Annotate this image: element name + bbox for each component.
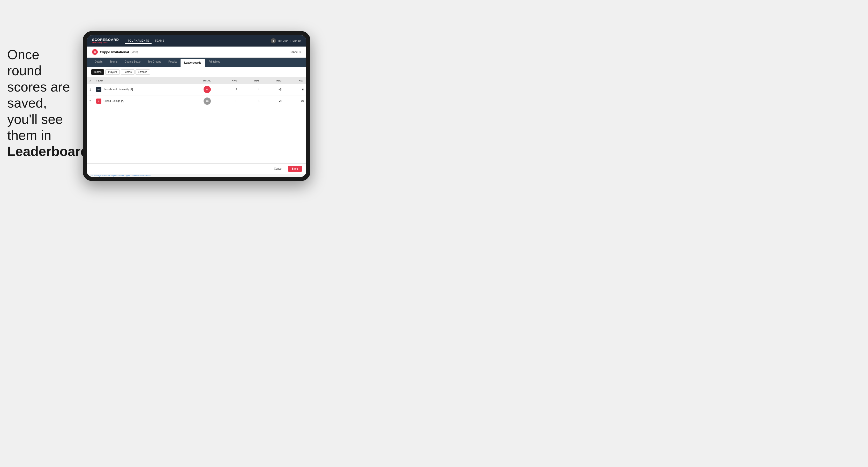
url-text: https://stage-blue-coach.stagescoreboard…	[91, 175, 151, 176]
row1-rank: 1	[87, 84, 94, 95]
col-rd1: RD1	[240, 77, 262, 84]
row1-rd3: -6	[284, 84, 306, 95]
col-thru: THRU	[213, 77, 240, 84]
intro-line1: Once round	[7, 47, 42, 78]
tournament-name: Clippd Invitational	[100, 50, 129, 54]
nav-links: TOURNAMENTS TEAMS	[125, 38, 271, 44]
scoreboard-logo: SCOREBOARD Powered by clippd	[92, 38, 119, 43]
user-name: Test User	[278, 39, 288, 42]
filter-bar: Teams Players Scores Strokes	[87, 67, 306, 77]
filter-strokes[interactable]: Strokes	[135, 69, 150, 75]
nav-tournaments[interactable]: TOURNAMENTS	[125, 38, 152, 44]
logo-title: SCOREBOARD	[92, 38, 119, 41]
tab-navigation: Details Teams Course Setup Tee Groups Re…	[87, 58, 306, 67]
powered-by: Powered by clippd	[92, 41, 119, 43]
user-avatar: S	[271, 38, 276, 43]
tab-printables[interactable]: Printables	[205, 58, 223, 67]
col-rank: #	[87, 77, 94, 84]
modal-footer: Cancel Save	[87, 163, 306, 174]
row2-team-logo: C	[96, 98, 101, 104]
cancel-button-top[interactable]: Cancel ×	[289, 51, 301, 54]
intro-text: Once round scores are saved, you'll see …	[7, 46, 74, 160]
intro-line4: them in	[7, 128, 52, 143]
row2-rd3: +3	[284, 95, 306, 107]
nav-teams[interactable]: TEAMS	[152, 38, 167, 44]
row1-team-logo: SU	[96, 87, 101, 92]
url-bar: https://stage-blue-coach.stagescoreboard…	[87, 174, 306, 177]
intro-line2: scores are	[7, 80, 70, 94]
row1-team: SU Scoreboard University [A]	[94, 84, 185, 95]
tab-tee-groups[interactable]: Tee Groups	[144, 58, 165, 67]
row2-rd1: +8	[240, 95, 262, 107]
content-area: Teams Players Scores Strokes # TEAM TOTA…	[87, 67, 306, 163]
row2-rank: 2	[87, 95, 94, 107]
table-row: 1 SU Scoreboard University [A] -5 F -4 +…	[87, 84, 306, 95]
table-row: 2 C Clippd College [A] +3 F +8 -8 +3	[87, 95, 306, 107]
filter-scores[interactable]: Scores	[121, 69, 134, 75]
row2-score-badge: +3	[204, 97, 211, 105]
cancel-button-footer[interactable]: Cancel	[271, 166, 286, 172]
save-button[interactable]: Save	[288, 166, 302, 172]
row2-thru: F	[213, 95, 240, 107]
row1-score-badge: -5	[204, 86, 211, 93]
row2-team-name: Clippd College [A]	[103, 99, 124, 102]
tab-details[interactable]: Details	[91, 58, 106, 67]
close-icon: ×	[300, 51, 301, 54]
col-total: TOTAL	[184, 77, 213, 84]
tournament-icon: C	[92, 49, 98, 55]
col-rd2: RD2	[262, 77, 284, 84]
row1-thru: F	[213, 84, 240, 95]
tablet-device: SCOREBOARD Powered by clippd TOURNAMENTS…	[83, 31, 310, 181]
sign-out-link[interactable]: Sign out	[292, 39, 301, 42]
tab-results[interactable]: Results	[165, 58, 181, 67]
app-header: SCOREBOARD Powered by clippd TOURNAMENTS…	[87, 35, 306, 46]
row2-rd2: -8	[262, 95, 284, 107]
row2-team: C Clippd College [A]	[94, 95, 185, 107]
tournament-gender: (Men)	[131, 51, 138, 54]
filter-teams[interactable]: Teams	[91, 69, 104, 75]
row1-total: -5	[184, 84, 213, 95]
filter-players[interactable]: Players	[105, 69, 120, 75]
col-team: TEAM	[94, 77, 185, 84]
col-rd3: RD3	[284, 77, 306, 84]
row1-team-name: Scoreboard University [A]	[103, 88, 133, 91]
tablet-screen: SCOREBOARD Powered by clippd TOURNAMENTS…	[87, 35, 306, 177]
tab-leaderboards[interactable]: Leaderboards	[181, 59, 205, 67]
row1-rd2: +5	[262, 84, 284, 95]
header-right: S Test User | Sign out	[271, 38, 301, 43]
tab-teams[interactable]: Teams	[106, 58, 121, 67]
leaderboard-table: # TEAM TOTAL THRU RD1 RD2 RD3 1 SU	[87, 77, 306, 107]
separator: |	[290, 39, 290, 42]
tournament-header: C Clippd Invitational (Men) Cancel ×	[87, 46, 306, 58]
row1-rd1: -4	[240, 84, 262, 95]
row2-total: +3	[184, 95, 213, 107]
tab-course-setup[interactable]: Course Setup	[121, 58, 144, 67]
intro-line3: saved, you'll see	[7, 95, 63, 126]
